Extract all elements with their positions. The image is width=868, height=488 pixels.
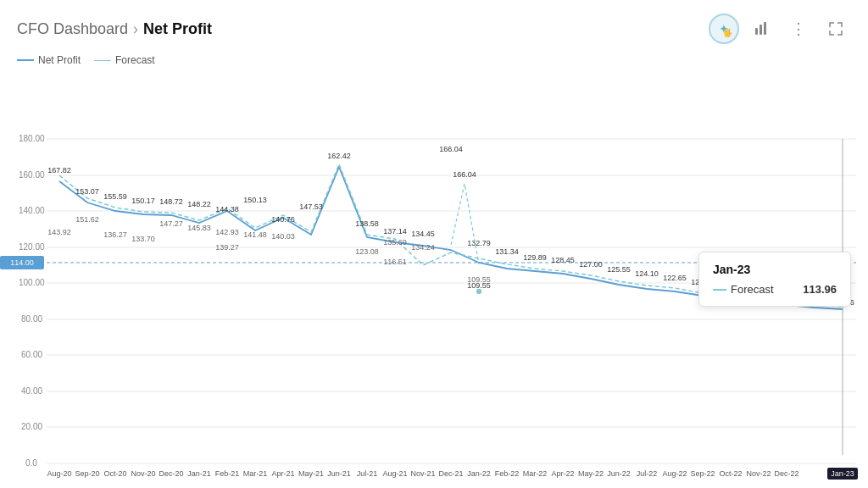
svg-text:Nov-21: Nov-21: [410, 469, 435, 478]
svg-text:150.13: 150.13: [243, 196, 267, 204]
svg-text:166.04: 166.04: [439, 145, 463, 153]
svg-text:120.00: 120.00: [19, 242, 45, 252]
svg-text:135.69: 135.69: [383, 238, 407, 247]
svg-text:140.03: 140.03: [271, 232, 295, 241]
tooltip-forecast-legend: Forecast: [713, 283, 774, 296]
svg-text:Mar-22: Mar-22: [523, 469, 548, 478]
svg-text:Feb-21: Feb-21: [215, 469, 240, 478]
svg-text:140.00: 140.00: [19, 206, 45, 215]
more-options-button[interactable]: ⋮: [783, 14, 814, 44]
svg-text:Nov-22: Nov-22: [746, 469, 771, 478]
svg-text:60.00: 60.00: [21, 350, 42, 359]
svg-text:Aug-21: Aug-21: [382, 469, 407, 478]
breadcrumb-current: Net Profit: [143, 20, 212, 38]
svg-rect-2: [764, 22, 766, 35]
svg-text:162.42: 162.42: [327, 152, 351, 160]
svg-text:136.27: 136.27: [103, 230, 127, 239]
svg-text:20.00: 20.00: [21, 422, 42, 431]
svg-text:80.00: 80.00: [21, 314, 42, 324]
svg-text:138.58: 138.58: [355, 219, 379, 228]
tooltip-forecast-line: [713, 289, 726, 291]
svg-rect-0: [755, 28, 758, 35]
svg-text:132.79: 132.79: [467, 239, 491, 247]
svg-text:Jan-23: Jan-23: [831, 469, 854, 478]
svg-text:137.14: 137.14: [383, 227, 407, 236]
svg-text:151.62: 151.62: [75, 215, 99, 224]
header-actions: ✦ 🖐️ ⋮: [709, 14, 851, 44]
svg-text:141.48: 141.48: [243, 230, 267, 239]
svg-text:Nov-20: Nov-20: [131, 469, 155, 478]
chart-tooltip: Jan-23 Forecast 113.96: [698, 252, 851, 307]
svg-text:143.92: 143.92: [47, 228, 71, 236]
svg-text:147.53: 147.53: [299, 202, 323, 211]
svg-text:131.34: 131.34: [495, 247, 519, 256]
svg-text:Jun-22: Jun-22: [607, 469, 631, 478]
svg-text:148.22: 148.22: [187, 200, 211, 208]
net-profit-legend-label: Net Profit: [38, 54, 81, 66]
svg-text:144.38: 144.38: [215, 205, 239, 214]
svg-text:Jul-21: Jul-21: [357, 469, 378, 478]
svg-text:127.00: 127.00: [579, 260, 603, 269]
svg-text:May-22: May-22: [578, 469, 604, 478]
svg-text:Dec-20: Dec-20: [159, 469, 183, 478]
svg-text:167.82: 167.82: [47, 166, 71, 175]
svg-text:Jul-22: Jul-22: [637, 469, 658, 478]
bar-chart-icon: [754, 21, 769, 36]
svg-text:116.51: 116.51: [383, 258, 407, 266]
svg-text:139.27: 139.27: [215, 243, 239, 252]
svg-text:Dec-21: Dec-21: [438, 469, 463, 478]
svg-text:150.17: 150.17: [131, 197, 155, 205]
svg-text:166.04: 166.04: [453, 170, 476, 179]
legend-forecast: Forecast: [94, 54, 155, 66]
bar-chart-icon-button[interactable]: [746, 14, 776, 44]
svg-text:Jan-22: Jan-22: [467, 469, 491, 478]
net-profit-legend-line: [17, 59, 34, 61]
svg-text:40.00: 40.00: [21, 386, 42, 396]
svg-text:Feb-22: Feb-22: [495, 469, 520, 478]
svg-text:160.00: 160.00: [19, 170, 45, 180]
breadcrumb-parent[interactable]: CFO Dashboard: [17, 20, 128, 38]
svg-text:Aug-22: Aug-22: [662, 469, 687, 478]
chart-legend: Net Profit Forecast: [0, 51, 868, 69]
svg-rect-1: [760, 25, 762, 35]
svg-text:129.89: 129.89: [523, 253, 547, 262]
svg-text:145.83: 145.83: [187, 224, 211, 232]
svg-text:0.0: 0.0: [25, 458, 37, 468]
svg-text:122.65: 122.65: [663, 274, 687, 282]
svg-text:109.55: 109.55: [467, 281, 491, 290]
expand-button[interactable]: [821, 14, 851, 44]
svg-text:142.93: 142.93: [215, 228, 239, 236]
svg-text:147.27: 147.27: [159, 219, 183, 228]
tooltip-forecast-label: Forecast: [731, 283, 774, 296]
svg-text:125.55: 125.55: [607, 265, 631, 274]
expand-icon: [829, 22, 843, 36]
svg-text:Sep-20: Sep-20: [75, 469, 99, 478]
svg-text:100.00: 100.00: [19, 278, 45, 287]
chart-area: 0.0 20.00 40.00 60.00 80.00 100.00 120.0…: [0, 69, 868, 488]
breadcrumb: CFO Dashboard › Net Profit: [17, 20, 212, 38]
svg-text:155.59: 155.59: [103, 192, 127, 201]
svg-text:134.24: 134.24: [411, 243, 435, 252]
svg-text:153.07: 153.07: [75, 187, 99, 196]
svg-text:Aug-20: Aug-20: [47, 469, 71, 478]
svg-text:Dec-22: Dec-22: [774, 469, 798, 478]
more-options-icon: ⋮: [791, 19, 807, 38]
svg-text:Apr-21: Apr-21: [271, 469, 294, 478]
svg-text:Oct-22: Oct-22: [719, 469, 742, 478]
ai-icon-button[interactable]: ✦ 🖐️: [709, 14, 739, 44]
forecast-legend-label: Forecast: [115, 54, 155, 66]
svg-text:180.00: 180.00: [19, 134, 45, 143]
svg-text:Jun-21: Jun-21: [327, 469, 351, 478]
svg-text:114.00: 114.00: [10, 258, 34, 267]
svg-text:Sep-22: Sep-22: [690, 469, 715, 478]
svg-text:Apr-22: Apr-22: [551, 469, 574, 478]
svg-text:133.70: 133.70: [131, 235, 155, 243]
svg-text:134.45: 134.45: [411, 230, 435, 238]
svg-text:128.45: 128.45: [551, 256, 575, 264]
svg-text:124.10: 124.10: [635, 269, 659, 278]
header: CFO Dashboard › Net Profit ✦ 🖐️ ⋮: [0, 0, 868, 51]
svg-text:Jan-21: Jan-21: [187, 469, 211, 478]
svg-text:Oct-20: Oct-20: [103, 469, 126, 478]
forecast-legend-line: [94, 60, 111, 61]
legend-net-profit: Net Profit: [17, 54, 81, 66]
